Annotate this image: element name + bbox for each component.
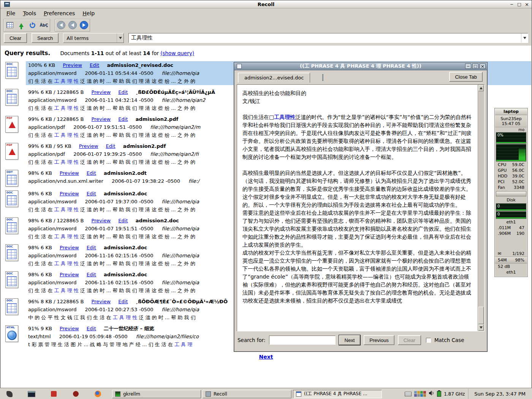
show-query-link[interactable]: (show query)	[160, 50, 194, 56]
gkrellm-date: Sun23Sep	[495, 116, 527, 121]
menu-help[interactable]: Help	[79, 9, 98, 17]
battery-percent: 0%	[497, 133, 504, 137]
previous-page-button[interactable]	[67, 20, 78, 30]
result-relevance: 98% 6 KB	[28, 191, 52, 196]
temp-row: HDD39.0C	[495, 173, 527, 179]
search-mode-dropdown[interactable]: All terms	[63, 33, 124, 43]
close-tab-button[interactable]: Close Tab	[449, 72, 483, 82]
edit-link[interactable]: Edit	[90, 62, 99, 68]
close-icon[interactable]	[524, 2, 530, 7]
preview-text-area: 高校招生的社会功能和目的文/钱江 我们生活在□工具理性泛滥的时代。作为“世之显学…	[237, 84, 484, 331]
query-history-arrow-icon[interactable]	[521, 33, 528, 43]
terminal-launcher-icon[interactable]	[27, 390, 36, 398]
preview-close-icon[interactable]	[480, 63, 486, 69]
menu-tools[interactable]: Tools	[19, 9, 40, 17]
preview-minimize-icon[interactable]	[465, 63, 471, 69]
minimize-icon[interactable]	[508, 2, 515, 7]
preview-link[interactable]: Preview	[92, 299, 111, 304]
keyboard-icon[interactable]	[405, 392, 412, 396]
preview-link[interactable]: Preview	[92, 218, 111, 223]
preview-maximize-icon[interactable]	[472, 63, 478, 69]
preview-text[interactable]: 高校招生的社会功能和目的文/钱江 我们生活在□工具理性泛滥的时代。作为“世之显学…	[237, 85, 478, 331]
result-title: admission2.doc	[136, 218, 179, 223]
app-launcher-icon[interactable]	[49, 390, 58, 398]
edit-link[interactable]: Edit	[118, 89, 128, 95]
speaker-icon[interactable]	[429, 390, 434, 397]
memory-row: 54M 98%	[495, 256, 527, 264]
preview-tab[interactable]: admission2...evised.doc	[238, 73, 310, 83]
tray-icon-grid[interactable]	[414, 391, 426, 397]
edit-link[interactable]: Edit	[87, 326, 96, 331]
edit-link[interactable]: Edit	[118, 116, 128, 122]
gkrellm-footer: eth1	[495, 269, 527, 276]
preview-previous-button[interactable]: Previous	[364, 335, 394, 345]
result-title: admission2.pdf	[136, 116, 178, 122]
next-page-link[interactable]: Next	[1, 354, 531, 360]
preview-link[interactable]: Preview	[79, 143, 98, 149]
preview-link[interactable]: Preview	[60, 191, 79, 196]
sort-button[interactable]	[16, 20, 26, 30]
preview-link[interactable]: Preview	[63, 62, 82, 68]
temp-row: GPU56.0C	[495, 168, 527, 173]
task-button[interactable]: gkrellm	[112, 390, 201, 398]
next-page-button[interactable]	[79, 20, 89, 30]
next-page-icon	[80, 21, 88, 29]
edit-link[interactable]: Edit	[87, 245, 96, 250]
preview-link[interactable]: Preview	[60, 272, 79, 277]
edit-link[interactable]: Edit	[87, 191, 96, 196]
disk-label[interactable]: Disk	[495, 197, 527, 203]
preview-link[interactable]: Preview	[92, 116, 111, 122]
scroll-down-icon[interactable]	[478, 325, 484, 331]
scroll-thumb[interactable]	[478, 307, 484, 324]
preview-next-button[interactable]: Next	[339, 335, 361, 345]
gkrellm-hostname[interactable]: laptop	[495, 109, 527, 115]
match-case-checkbox[interactable]	[426, 338, 431, 343]
search-input[interactable]	[129, 33, 521, 43]
search-button[interactable]: Search	[32, 33, 59, 43]
maximize-icon[interactable]	[516, 2, 522, 7]
result-relevance: 100% 6 KB	[28, 62, 55, 68]
preview-titlebar[interactable]: ((工 PHRASE 4 具 PHRASE 4 理 PHRASE 4 性))	[234, 62, 487, 70]
preview-link[interactable]: Preview	[60, 326, 79, 331]
preview-link[interactable]: Preview	[60, 245, 79, 250]
edit-link[interactable]: Edit	[106, 143, 116, 149]
preview-clear-button[interactable]: Clear	[398, 335, 421, 345]
clear-button[interactable]: Clear	[4, 33, 27, 43]
doc-file-icon: DOC	[5, 298, 18, 315]
sort-arrow-icon	[19, 23, 24, 27]
previous-page-icon	[68, 21, 77, 29]
result-total: 14	[143, 50, 150, 56]
document-history-button[interactable]	[5, 20, 15, 30]
firefox-launcher-icon[interactable]	[93, 390, 102, 398]
update-index-button[interactable]	[27, 20, 38, 30]
first-page-icon	[57, 21, 65, 29]
gkrellm-uptime: mo	[495, 127, 527, 132]
edit-link[interactable]: Edit	[118, 218, 128, 223]
edit-link[interactable]: Edit	[118, 299, 128, 304]
volume-value: 52 dB	[498, 264, 510, 269]
task-button[interactable]: ((工 PHRASE 4 具 PHRASE ...	[293, 390, 382, 398]
memory-percent: 98%	[515, 257, 524, 263]
scrollbar[interactable]	[478, 85, 484, 331]
preview-link[interactable]: Preview	[60, 170, 79, 176]
menu-file[interactable]: File	[3, 9, 19, 17]
doc-file-icon: DOC	[5, 62, 18, 79]
html-file-icon: HTML	[5, 325, 18, 342]
net-label[interactable]: eth1	[495, 219, 527, 225]
window-manager-icon[interactable]	[5, 390, 14, 398]
query-results-title: Query results.	[5, 50, 50, 57]
first-page-button[interactable]	[56, 20, 66, 30]
edit-link[interactable]: Edit	[87, 170, 96, 176]
term-explorer-button[interactable]: ÂbÇ	[39, 20, 49, 30]
titlebar[interactable]: Recoll	[0, 0, 532, 8]
preview-search-input[interactable]	[269, 336, 336, 345]
menu-preferences[interactable]: Preferences	[40, 9, 79, 17]
edit-link[interactable]: Edit	[87, 272, 96, 277]
scroll-up-icon[interactable]	[478, 85, 484, 91]
app-launcher2-icon[interactable]	[71, 390, 80, 398]
preview-link[interactable]: Preview	[92, 89, 111, 95]
task-button[interactable]: Recoll	[203, 390, 291, 398]
battery-icon[interactable]	[437, 391, 441, 397]
result-title: admission2.odt	[104, 170, 147, 176]
temp-row: CPU59.0C	[495, 162, 527, 168]
